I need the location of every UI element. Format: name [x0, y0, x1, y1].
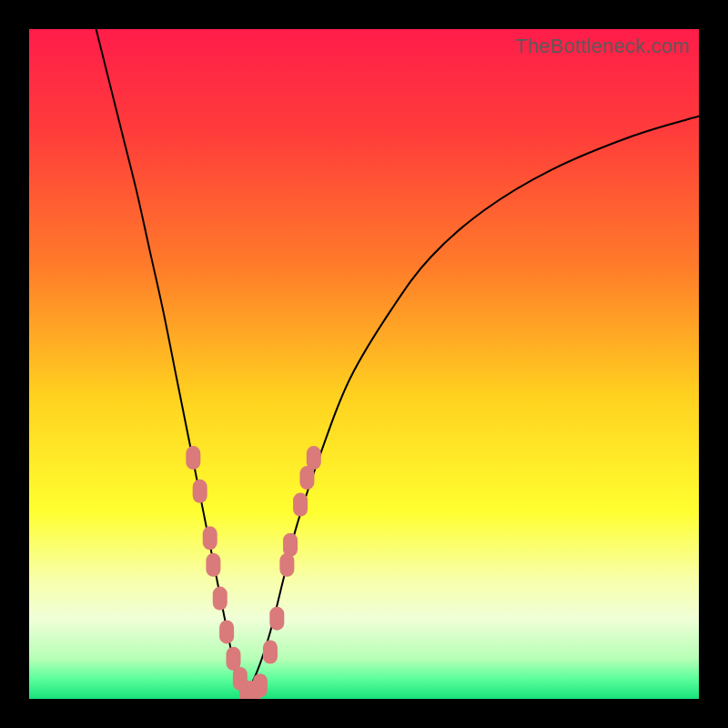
curve-layer [29, 29, 699, 699]
plot-area: TheBottleneck.com [29, 29, 699, 699]
marker-group [186, 446, 320, 699]
data-marker [213, 587, 228, 611]
data-marker [206, 553, 220, 577]
data-marker [279, 553, 294, 577]
data-marker [307, 446, 321, 470]
chart-frame: TheBottleneck.com [0, 0, 728, 728]
data-marker [186, 446, 200, 470]
data-marker [203, 526, 217, 550]
data-marker [293, 493, 308, 517]
data-marker [226, 647, 240, 671]
curve-right-arm [244, 116, 699, 699]
data-marker [219, 620, 234, 643]
data-marker [193, 480, 207, 503]
data-marker [299, 466, 314, 490]
data-marker [263, 640, 278, 663]
data-marker [283, 533, 298, 557]
data-marker [269, 607, 284, 631]
data-marker [253, 673, 268, 697]
